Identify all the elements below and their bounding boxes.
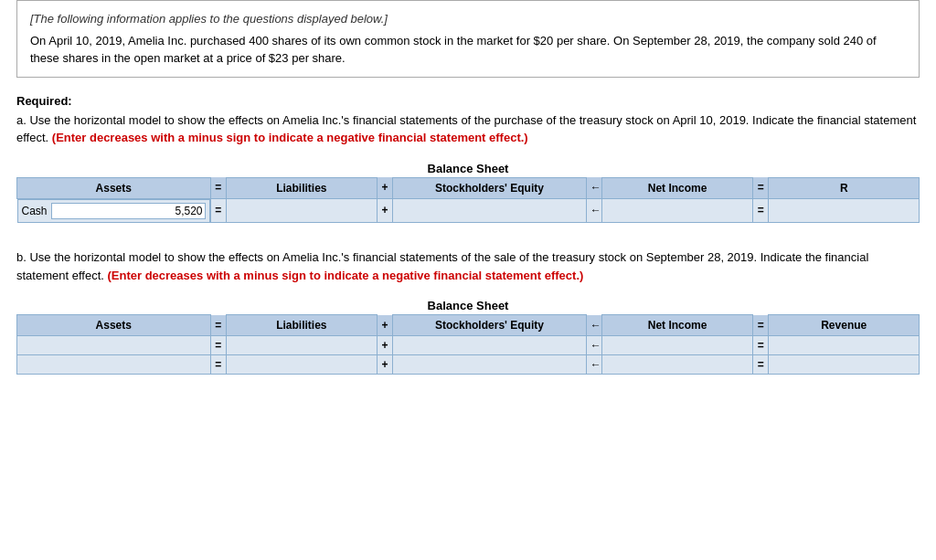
b-r2-liab-cell[interactable]: [227, 355, 378, 375]
b-r2-asset-input[interactable]: [21, 358, 207, 371]
table-b-row1: = + ← =: [17, 336, 920, 355]
table-a-row1: Cash = + ← =: [17, 198, 920, 223]
b-r2-revenue-input[interactable]: [772, 358, 915, 371]
header-liabilities: Liabilities: [227, 177, 378, 198]
required-label: Required:: [16, 94, 920, 108]
header-netincome: Net Income: [602, 177, 753, 198]
header-arrow: ←: [586, 177, 602, 198]
b-header-equity: Stockholders' Equity: [393, 315, 587, 336]
b-r1-revenue-cell[interactable]: [769, 336, 920, 355]
a-op-arrow: ←: [586, 198, 602, 223]
instruction-b-red: (Enter decreases with a minus sign to in…: [107, 269, 583, 282]
b-r1-netincome-cell[interactable]: [602, 336, 753, 355]
b-r1-liab-input[interactable]: [230, 339, 373, 352]
table-a: Assets = Liabilities + Stockholders' Equ…: [16, 177, 920, 224]
header-equals: =: [210, 177, 227, 198]
b-r2-netincome-input[interactable]: [606, 358, 749, 371]
page-container: [The following information applies to th…: [0, 0, 936, 398]
b-r2-asset-cell[interactable]: [17, 355, 211, 375]
info-paragraph: On April 10, 2019, Amelia Inc. purchased…: [30, 32, 906, 68]
info-box: [The following information applies to th…: [16, 0, 920, 78]
b-r1-op-arrow: ←: [586, 336, 602, 355]
header-equity: Stockholders' Equity: [393, 177, 587, 198]
header-plus: +: [377, 177, 393, 198]
balance-sheet-label-a: Balance Sheet: [16, 158, 920, 177]
balance-sheet-label-b: Balance Sheet: [16, 295, 920, 314]
required-section-a: Required: a. Use the horizontal model to…: [16, 94, 920, 147]
a-op-equals: =: [210, 198, 227, 223]
header-equals2: =: [752, 177, 769, 198]
b-r2-op-equals: =: [210, 355, 227, 375]
a-netincome-input[interactable]: [606, 204, 749, 217]
b-r2-op-equals2: =: [752, 355, 769, 375]
a-op-equals2: =: [752, 198, 769, 223]
b-r2-equity-input[interactable]: [397, 358, 582, 371]
a-liab-input[interactable]: [230, 204, 373, 217]
table-b-header: Assets = Liabilities + Stockholders' Equ…: [17, 315, 920, 336]
b-r1-op-equals: =: [210, 336, 227, 355]
b-r1-revenue-input[interactable]: [772, 339, 915, 352]
a-liab-cell[interactable]: [227, 198, 378, 223]
a-netincome-cell[interactable]: [602, 198, 753, 223]
b-r1-netincome-input[interactable]: [606, 339, 749, 352]
a-asset-cell: Cash: [17, 199, 210, 223]
table-b-wrapper: Balance Sheet Assets = Liabilities + Sto…: [16, 295, 920, 375]
table-b: Assets = Liabilities + Stockholders' Equ…: [16, 314, 920, 375]
italic-note: [The following information applies to th…: [30, 10, 906, 28]
b-header-equals2: =: [752, 315, 769, 336]
b-r1-op-plus: +: [377, 336, 393, 355]
b-r1-equity-cell[interactable]: [393, 336, 587, 355]
b-r1-liab-cell[interactable]: [227, 336, 378, 355]
a-asset-label: Cash: [22, 205, 48, 217]
b-r2-op-arrow: ←: [586, 355, 602, 375]
b-header-liabilities: Liabilities: [227, 315, 378, 336]
b-r2-revenue-cell[interactable]: [769, 355, 920, 375]
b-r2-liab-input[interactable]: [230, 358, 373, 371]
b-header-netincome: Net Income: [602, 315, 753, 336]
b-header-equals: =: [210, 315, 227, 336]
b-header-arrow: ←: [586, 315, 602, 336]
b-header-assets: Assets: [17, 315, 211, 336]
table-b-row2: = + ← =: [17, 355, 920, 375]
b-header-revenue: Revenue: [769, 315, 920, 336]
header-revenue: R: [769, 177, 920, 198]
instruction-a-red: (Enter decreases with a minus sign to in…: [52, 131, 528, 144]
a-revenue-cell[interactable]: [769, 198, 920, 223]
b-r1-asset-cell[interactable]: [17, 336, 211, 355]
b-header-plus: +: [377, 315, 393, 336]
b-r2-equity-cell[interactable]: [393, 355, 587, 375]
header-assets: Assets: [17, 177, 211, 198]
a-equity-input[interactable]: [397, 204, 582, 217]
a-asset-input[interactable]: [51, 203, 206, 219]
section-b-instruction: b. Use the horizontal model to show the …: [16, 248, 920, 284]
table-a-wrapper: Balance Sheet Assets = Liabilities + Sto…: [16, 158, 920, 224]
b-r2-netincome-cell[interactable]: [602, 355, 753, 375]
b-r1-equity-input[interactable]: [397, 339, 582, 352]
a-revenue-input[interactable]: [772, 204, 915, 217]
b-r2-op-plus: +: [377, 355, 393, 375]
b-r1-asset-input[interactable]: [21, 339, 207, 352]
a-op-plus: +: [377, 198, 393, 223]
table-a-header: Assets = Liabilities + Stockholders' Equ…: [17, 177, 920, 198]
b-r1-op-equals2: =: [752, 336, 769, 355]
instruction-a: a. Use the horizontal model to show the …: [16, 111, 920, 147]
a-equity-cell[interactable]: [393, 198, 587, 223]
